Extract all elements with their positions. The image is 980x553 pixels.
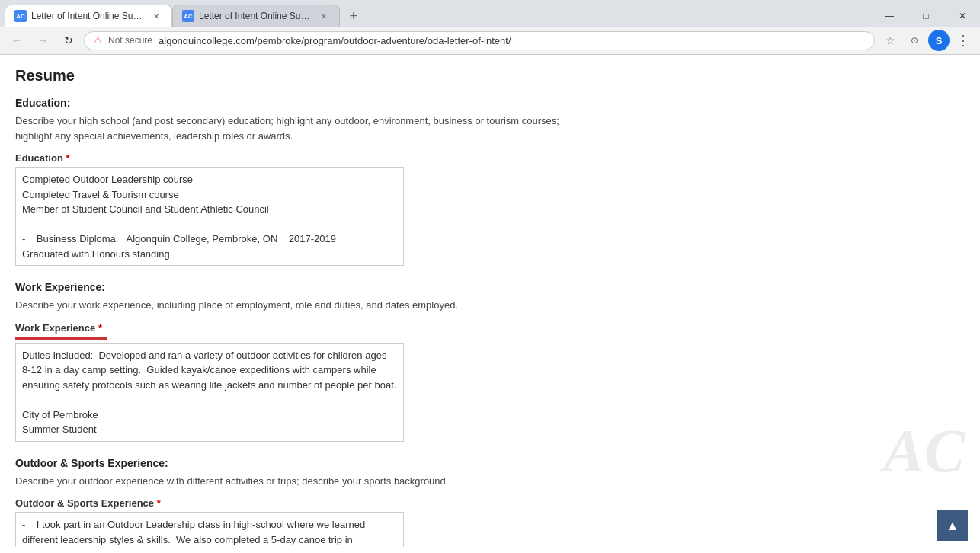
back-to-top-button[interactable]: ▲ bbox=[937, 510, 968, 541]
minimize-button[interactable]: — bbox=[872, 5, 907, 27]
reload-button[interactable]: ↻ bbox=[58, 30, 79, 51]
education-textarea-wrapper: Completed Outdoor Leadership course Comp… bbox=[15, 167, 594, 266]
tab-favicon-1: AC bbox=[14, 10, 27, 22]
tab-label-2: Letter of Intent Online Submiss... bbox=[199, 11, 313, 21]
outdoor-sports-textarea-wrapper: - I took part in an Outdoor Leadership c… bbox=[15, 512, 594, 547]
url-text: algonquincollege.com/pembroke/program/ou… bbox=[159, 35, 865, 46]
browser-tab-2[interactable]: AC Letter of Intent Online Submiss... ✕ bbox=[172, 5, 340, 27]
address-bar[interactable]: ⚠ Not secure algonquincollege.com/pembro… bbox=[84, 31, 875, 50]
work-experience-underline bbox=[15, 337, 107, 340]
page-content: Resume Education: Describe your high sch… bbox=[0, 55, 610, 547]
education-required-marker: * bbox=[63, 152, 70, 164]
window-controls: — □ ✕ bbox=[872, 5, 980, 27]
tab-label-1: Letter of Intent Online Submiss... bbox=[31, 11, 146, 21]
watermark: AC bbox=[883, 417, 965, 486]
menu-button[interactable]: ⋮ bbox=[953, 30, 974, 51]
outdoor-sports-required-marker: * bbox=[154, 497, 161, 509]
browser-tab-1[interactable]: AC Letter of Intent Online Submiss... ✕ bbox=[5, 5, 172, 27]
tab-close-1[interactable]: ✕ bbox=[150, 10, 162, 22]
profile-avatar[interactable]: S bbox=[928, 30, 950, 51]
browser-chrome: AC Letter of Intent Online Submiss... ✕ … bbox=[0, 0, 980, 55]
maximize-button[interactable]: □ bbox=[908, 5, 943, 27]
work-experience-field-label: Work Experience * bbox=[15, 322, 594, 334]
new-tab-button[interactable]: + bbox=[343, 5, 364, 27]
work-experience-textarea[interactable]: Duties Included: Developed and ran a var… bbox=[15, 343, 404, 442]
work-experience-heading: Work Experience: bbox=[15, 281, 594, 293]
address-bar-actions: ☆ ⊙ S ⋮ bbox=[879, 30, 974, 51]
education-textarea[interactable]: Completed Outdoor Leadership course Comp… bbox=[15, 167, 404, 266]
page-title: Resume bbox=[15, 67, 594, 85]
back-button[interactable]: ← bbox=[6, 30, 27, 51]
lens-button[interactable]: ⊙ bbox=[904, 30, 925, 51]
outdoor-sports-heading: Outdoor & Sports Experience: bbox=[15, 457, 594, 469]
address-bar-row: ← → ↻ ⚠ Not secure algonquincollege.com/… bbox=[0, 27, 980, 54]
tab-favicon-2: AC bbox=[182, 10, 194, 22]
outdoor-sports-description: Describe your outdoor experience with di… bbox=[15, 474, 594, 489]
close-button[interactable]: ✕ bbox=[945, 5, 980, 27]
work-experience-description: Describe your work experience, including… bbox=[15, 298, 594, 313]
lock-icon: ⚠ bbox=[94, 35, 102, 46]
outdoor-sports-field-label: Outdoor & Sports Experience * bbox=[15, 497, 594, 509]
work-experience-textarea-wrapper: Duties Included: Developed and ran a var… bbox=[15, 343, 594, 442]
bookmark-button[interactable]: ☆ bbox=[879, 30, 901, 51]
tab-close-2[interactable]: ✕ bbox=[318, 10, 330, 22]
not-secure-label: Not secure bbox=[108, 35, 152, 46]
education-description: Describe your high school (and post seco… bbox=[15, 113, 594, 143]
work-experience-required-marker: * bbox=[95, 322, 102, 334]
education-heading: Education: bbox=[15, 97, 594, 109]
outdoor-sports-textarea[interactable]: - I took part in an Outdoor Leadership c… bbox=[15, 512, 404, 547]
forward-button[interactable]: → bbox=[32, 30, 53, 51]
education-field-label: Education * bbox=[15, 152, 594, 164]
